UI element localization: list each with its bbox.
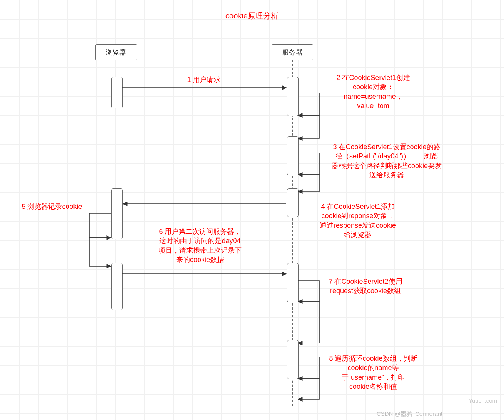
- note-5: 5 浏览器记录cookie: [12, 202, 92, 211]
- msg-1: 1 用户请求: [146, 75, 262, 84]
- actor-server: 服务器: [272, 44, 313, 60]
- note-2: 2 在CookieServlet1创建cookie对象：name=usernam…: [323, 73, 423, 110]
- activation-browser-2: [111, 188, 123, 239]
- activation-server-5: [287, 340, 299, 379]
- note-3: 3 在CookieServlet1设置cookie的路径（setPath("/d…: [315, 142, 458, 180]
- watermark-site: Yuucn.com: [469, 397, 497, 404]
- activation-browser-1: [111, 77, 123, 108]
- activation-server-3: [287, 188, 299, 217]
- actor-server-label: 服务器: [282, 48, 303, 56]
- activation-server-2: [287, 136, 299, 175]
- note-7: 7 在CookieServlet2使用request获取cookie数组: [315, 277, 416, 296]
- activation-browser-3: [111, 263, 123, 310]
- diagram-title: cookie原理分析: [0, 11, 504, 21]
- note-4: 4 在CookieServlet1添加cookie到reponse对象，通过re…: [308, 202, 408, 239]
- actor-browser-label: 浏览器: [106, 48, 127, 56]
- activation-server-1: [287, 77, 299, 116]
- actor-browser: 浏览器: [95, 44, 137, 60]
- note-8: 8 遍历循环cookie数组，判断cookie的name等于"username"…: [319, 354, 427, 391]
- watermark-author: CSDN @墨鸦_Cormorant: [377, 410, 442, 418]
- activation-server-4: [287, 263, 299, 302]
- msg-6: 6 用户第二次访问服务器，这时的由于访问的是day04项目，请求携带上次记录下来…: [146, 227, 254, 264]
